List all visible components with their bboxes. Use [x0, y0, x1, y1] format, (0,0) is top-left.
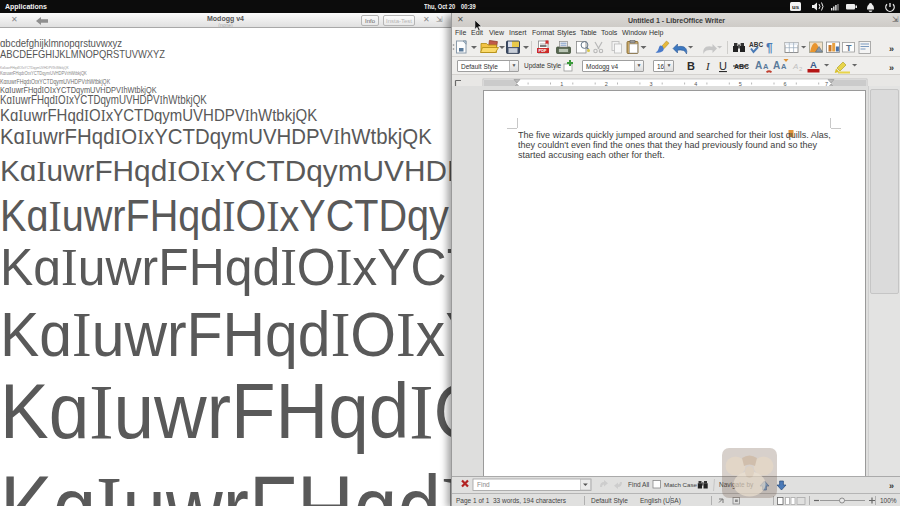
svg-text:A: A — [792, 62, 798, 71]
svg-text:A: A — [810, 59, 817, 70]
svg-text:Find: Find — [477, 481, 490, 488]
svg-text:»: » — [889, 44, 894, 54]
svg-text:A: A — [781, 62, 787, 71]
svg-text:B: B — [687, 60, 695, 72]
svg-text:A: A — [763, 62, 769, 71]
svg-text:»: » — [889, 481, 894, 491]
svg-text:I: I — [705, 60, 711, 72]
svg-text:Find All: Find All — [628, 481, 650, 488]
svg-text:U: U — [719, 60, 727, 72]
svg-text:ABC: ABC — [749, 41, 763, 48]
svg-text:A: A — [755, 60, 762, 71]
svg-text:T: T — [846, 43, 852, 53]
svg-text:us: us — [792, 4, 800, 10]
svg-text:¶: ¶ — [766, 41, 773, 55]
svg-text:»: » — [889, 63, 894, 73]
svg-text:A: A — [773, 60, 780, 71]
svg-text:2: 2 — [799, 66, 803, 72]
svg-text:Match Case: Match Case — [664, 481, 698, 488]
svg-text:PDF: PDF — [539, 48, 548, 53]
